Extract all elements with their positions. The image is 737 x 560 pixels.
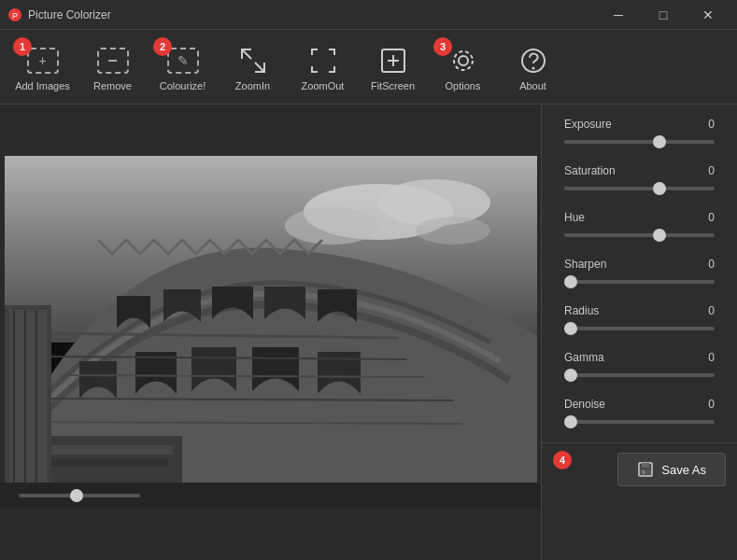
slider-wrapper-saturation: Saturation0: [553, 159, 726, 205]
slider-track-denoise: [564, 413, 715, 431]
slider-wrapper-hue: Hue0: [553, 205, 726, 252]
image-slider-area: [0, 483, 541, 509]
slider-wrapper-gamma: Gamma0: [553, 345, 726, 392]
zoomin-button[interactable]: ZoomIn: [218, 34, 288, 101]
about-icon: [516, 43, 551, 78]
slider-track-exposure: [564, 133, 715, 151]
svg-point-8: [454, 51, 473, 70]
slider-label-radius: Radius: [564, 304, 599, 317]
title-bar: P Picture Colorizer ─ □ ✕: [0, 0, 737, 30]
badge-3: 3: [433, 37, 452, 56]
slider-thumb-exposure[interactable]: [653, 135, 666, 148]
image-container: [5, 156, 537, 483]
badge-4: 4: [553, 451, 572, 469]
fitscreen-icon: [376, 43, 411, 78]
image-zoom-thumb[interactable]: [70, 489, 83, 502]
svg-point-7: [459, 56, 468, 65]
slider-thumb-gamma[interactable]: [564, 369, 577, 382]
slider-value-exposure: 0: [708, 118, 715, 131]
zoomin-icon: [235, 43, 271, 78]
slider-label-gamma: Gamma: [564, 351, 604, 364]
slider-thumb-radius[interactable]: [564, 322, 577, 335]
slider-label-saturation: Saturation: [564, 164, 616, 177]
options-button[interactable]: 3 Options: [428, 34, 498, 101]
app-icon: P: [7, 7, 22, 22]
fitscreen-button[interactable]: FitScreen: [358, 34, 428, 101]
svg-text:P: P: [12, 11, 18, 21]
save-as-button[interactable]: Save As: [617, 453, 726, 486]
svg-rect-30: [5, 156, 537, 483]
app-title: Picture Colorizer: [28, 8, 111, 21]
add-images-label: Add Images: [15, 80, 70, 91]
zoomout-button[interactable]: ZoomOut: [288, 34, 358, 101]
slider-wrapper-denoise: Denoise0: [553, 392, 726, 439]
remove-button[interactable]: − Remove: [78, 34, 148, 101]
save-as-bar: 4 Save As: [542, 442, 737, 496]
slider-value-hue: 0: [708, 211, 715, 224]
close-button[interactable]: ✕: [687, 0, 730, 30]
slider-wrapper-sharpen: Sharpen0: [553, 252, 726, 299]
remove-label: Remove: [93, 80, 132, 91]
title-bar-controls: ─ □ ✕: [597, 0, 730, 30]
slider-track-saturation: [564, 179, 715, 198]
sliders-container: Exposure0Saturation0Hue0Sharpen0Radius0G…: [542, 105, 737, 442]
svg-rect-32: [642, 463, 649, 468]
toolbar: 1 + Add Images − Remove 2 Colourize! Zoo…: [0, 30, 737, 105]
slider-value-gamma: 0: [708, 351, 715, 364]
slider-label-exposure: Exposure: [564, 118, 612, 131]
slider-thumb-saturation[interactable]: [653, 182, 666, 195]
svg-point-10: [531, 66, 534, 69]
slider-label-sharpen: Sharpen: [564, 258, 606, 271]
slider-wrapper-exposure: Exposure0: [553, 112, 726, 159]
slider-value-radius: 0: [708, 304, 715, 317]
slider-thumb-denoise[interactable]: [564, 415, 577, 428]
badge-1: 1: [13, 37, 32, 56]
maximize-button[interactable]: □: [642, 0, 685, 30]
svg-line-2: [242, 49, 251, 59]
slider-thumb-hue[interactable]: [653, 229, 666, 242]
options-label: Options: [446, 80, 481, 91]
save-icon: [637, 461, 654, 478]
slider-value-denoise: 0: [708, 398, 715, 411]
zoomout-label: ZoomOut: [302, 80, 345, 91]
svg-rect-34: [643, 470, 645, 474]
about-button[interactable]: About: [498, 34, 568, 101]
slider-value-sharpen: 0: [708, 258, 715, 271]
slider-track-sharpen: [564, 273, 715, 291]
fitscreen-label: FitScreen: [371, 80, 415, 91]
badge-2: 2: [153, 37, 172, 56]
main-content: Exposure0Saturation0Hue0Sharpen0Radius0G…: [0, 105, 737, 560]
image-area: [0, 105, 541, 560]
right-panel: Exposure0Saturation0Hue0Sharpen0Radius0G…: [541, 105, 737, 560]
slider-label-denoise: Denoise: [564, 398, 605, 411]
image-zoom-track: [19, 494, 140, 497]
zoomout-icon: [305, 43, 341, 78]
about-label: About: [519, 80, 546, 91]
slider-track-radius: [564, 319, 715, 338]
colorize-label: Colourize!: [160, 80, 206, 91]
save-as-label: Save As: [661, 463, 706, 477]
slider-track-hue: [564, 226, 715, 245]
slider-thumb-sharpen[interactable]: [564, 275, 577, 288]
svg-rect-33: [640, 469, 651, 475]
slider-wrapper-radius: Radius0: [553, 299, 726, 345]
zoomin-label: ZoomIn: [235, 80, 270, 91]
slider-label-hue: Hue: [564, 211, 585, 224]
remove-icon: −: [95, 43, 131, 78]
slider-value-saturation: 0: [708, 164, 715, 177]
colorize-button[interactable]: 2 Colourize!: [148, 34, 218, 101]
colosseum-image: [5, 156, 537, 483]
minimize-button[interactable]: ─: [597, 0, 640, 30]
add-images-button[interactable]: 1 + Add Images: [7, 34, 78, 101]
title-bar-left: P Picture Colorizer: [7, 7, 111, 22]
svg-line-3: [255, 63, 264, 72]
slider-track-gamma: [564, 366, 715, 385]
